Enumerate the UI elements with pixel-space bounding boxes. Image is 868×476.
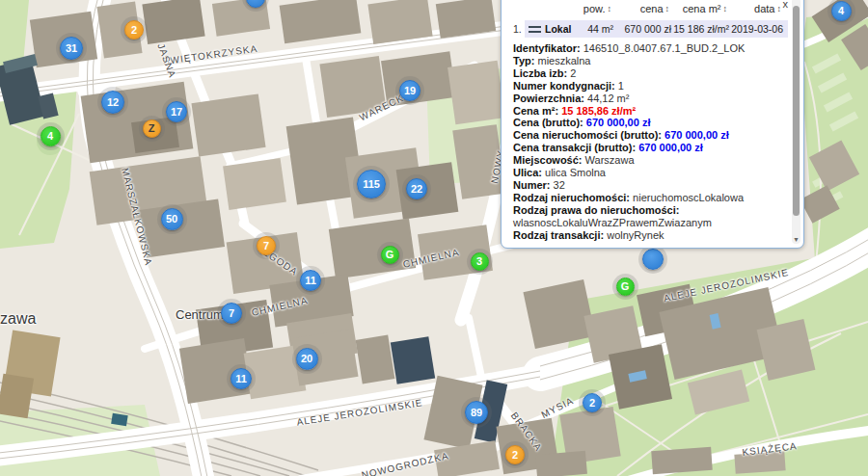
detail-line: Identyfikator: 146510_8.0407.67.1_BUD.2_…	[513, 42, 784, 55]
detail-line: Cena nieruchomości (brutto): 670 000,00 …	[513, 129, 784, 142]
map-marker[interactable]: 20	[296, 348, 318, 370]
sort-icon[interactable]: ↕	[777, 4, 782, 13]
detail-value: 2	[570, 67, 576, 79]
map-marker[interactable]: 89	[465, 401, 488, 424]
column-header-label: cena	[640, 3, 664, 14]
map-marker[interactable]: Z	[143, 119, 161, 138]
map-marker[interactable]: 12	[101, 91, 124, 114]
detail-value: Warszawa	[585, 154, 635, 166]
detail-line: Powierzchnia: 44,12 m²	[513, 93, 784, 105]
detail-line: Numer: 32	[513, 179, 784, 192]
detail-line: Liczba izb: 2	[513, 67, 784, 80]
detail-label: Powierzchnia:	[513, 93, 587, 104]
map-marker[interactable]: 4	[831, 1, 852, 21]
detail-label: Rodzaj nieruchomości:	[513, 192, 633, 203]
detail-value: 15 185,86 zł/m²	[561, 105, 636, 117]
detail-label: Miejscowość:	[513, 154, 585, 166]
map-marker[interactable]: 19	[399, 80, 420, 101]
map-marker[interactable]: 115	[357, 170, 386, 198]
column-header-label: pow.	[583, 3, 606, 14]
detail-line: Cena m²: 15 185,86 zł/m²	[513, 105, 784, 118]
close-icon[interactable]: x	[783, 0, 789, 9]
header-spacer	[513, 3, 573, 14]
result-name: Lokal	[545, 23, 575, 35]
detail-value: wlasnoscLokaluWrazZPrawemZwiazanym	[513, 217, 712, 228]
column-header-label: cena m²	[683, 3, 721, 14]
scrollbar-down-arrow[interactable]: ▼	[792, 236, 800, 243]
detail-line: Ulica: ulica Smolna	[513, 167, 784, 179]
column-header[interactable]: cena↕	[611, 3, 669, 14]
detail-label: Rodzaj prawa do nieruchomości:	[513, 204, 679, 216]
result-pow: 44 m²	[575, 23, 613, 35]
map-marker[interactable]: 22	[406, 178, 427, 199]
map-marker[interactable]: 17	[166, 101, 187, 122]
map-marker[interactable]: 2	[505, 445, 525, 464]
column-header[interactable]: data↕	[727, 3, 781, 14]
column-header[interactable]: cena m²↕	[669, 3, 727, 14]
result-index: 1.	[513, 23, 525, 35]
map-marker[interactable]: 3	[471, 252, 489, 271]
detail-line: Rodzaj nieruchomości: nieruchomoscLokalo…	[513, 192, 784, 204]
detail-label: Typ:	[513, 55, 537, 66]
map-marker[interactable]: G	[616, 278, 635, 296]
map-marker[interactable]: 11	[300, 270, 321, 291]
result-row-highlight[interactable]: Lokal 44 m² 670 000 zł 15 186 zł/m² 2019…	[525, 20, 788, 38]
map-marker[interactable]: 4	[41, 126, 61, 146]
column-header-label: data	[754, 3, 774, 14]
detail-label: Ulica:	[513, 167, 545, 178]
detail-line: Cena transakcji (brutto): 670 000,00 zł	[513, 142, 784, 154]
popup-column-headers: pow.↕cena↕cena m²↕data↕	[502, 0, 803, 14]
detail-value: 1	[618, 80, 624, 92]
detail-label: Identyfikator:	[513, 42, 583, 54]
detail-line: Miejscowość: Warszawa	[513, 154, 784, 167]
detail-label: Numer:	[513, 179, 554, 191]
detail-value: 670 000,00 zł	[638, 142, 703, 153]
map-marker[interactable]: 7	[221, 303, 242, 324]
map-marker[interactable]: 11	[231, 368, 252, 389]
detail-value: nieruchomoscLokalowa	[633, 192, 744, 203]
detail-label: Rodzaj transakcji:	[513, 229, 607, 241]
result-cena: 670 000 zł	[613, 23, 671, 35]
detail-value: 32	[554, 179, 565, 191]
detail-line: Rodzaj prawa do nieruchomości: wlasnoscL…	[513, 204, 784, 229]
result-cena-m2: 15 186 zł/m²	[671, 23, 729, 35]
detail-line: Rodzaj transakcji: wolnyRynek	[513, 229, 784, 242]
detail-label: Cena (brutto):	[513, 117, 586, 128]
detail-label: Cena nieruchomości (brutto):	[513, 129, 665, 141]
detail-value: 670 000,00 zł	[586, 117, 651, 128]
column-header[interactable]: pow.↕	[573, 3, 611, 14]
detail-label: Cena transakcji (brutto):	[513, 142, 638, 153]
map-application: ŚWIĘTOKRZYSKAJASNAWARECKANOWYMARSZAŁKOWS…	[0, 0, 868, 476]
detail-value: mieszkalna	[537, 55, 590, 66]
map-marker[interactable]: 31	[60, 37, 83, 60]
detail-label: Cena m²:	[513, 105, 561, 117]
map-marker[interactable]	[642, 249, 664, 270]
detail-value: wolnyRynek	[607, 229, 664, 241]
detail-line: Cena (brutto): 670 000,00 zł	[513, 117, 784, 129]
feature-info-popup: x pow.↕cena↕cena m²↕data↕ 1. Lokal 44 m²…	[501, 0, 804, 249]
map-marker[interactable]: 2	[124, 20, 144, 40]
result-row[interactable]: 1. Lokal 44 m² 670 000 zł 15 186 zł/m² 2…	[513, 20, 788, 38]
detail-value: ulica Smolna	[545, 167, 606, 178]
map-marker[interactable]: 7	[257, 236, 276, 255]
detail-value: 670 000,00 zł	[665, 129, 729, 141]
map-marker[interactable]: 2	[583, 393, 602, 412]
result-data: 2019-03-06	[729, 23, 783, 35]
detail-label: Liczba izb:	[513, 67, 570, 79]
popup-scrollbar[interactable]: ▼	[792, 0, 800, 244]
map-marker[interactable]: G	[381, 246, 399, 264]
detail-list: Identyfikator: 146510_8.0407.67.1_BUD.2_…	[502, 38, 803, 242]
scrollbar-thumb[interactable]	[793, 6, 800, 216]
detail-label: Numer kondygnacji:	[513, 80, 618, 92]
map-marker[interactable]: 50	[161, 208, 183, 230]
detail-value: 44,12 m²	[587, 93, 629, 104]
detail-value: 146510_8.0407.67.1_BUD.2_LOK	[583, 42, 746, 54]
detail-line: Numer kondygnacji: 1	[513, 80, 784, 93]
lokal-icon	[529, 26, 541, 33]
detail-line: Typ: mieszkalna	[513, 55, 784, 67]
